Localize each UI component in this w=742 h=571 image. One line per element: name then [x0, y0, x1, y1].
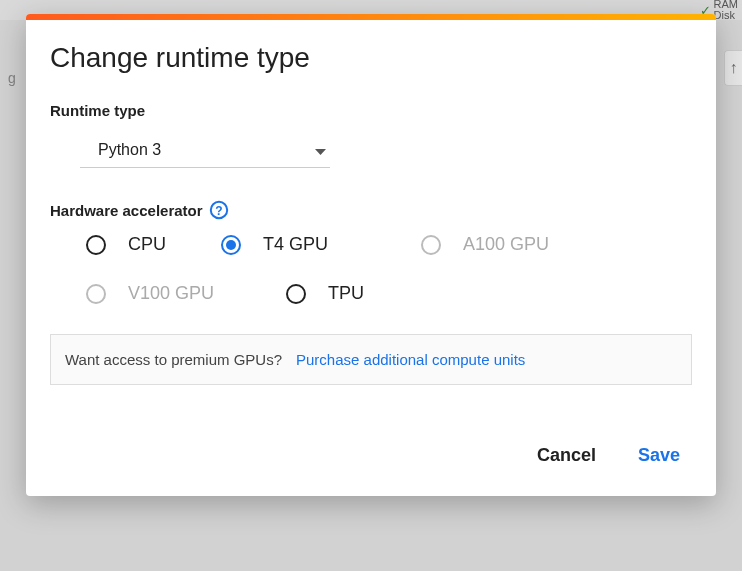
- radio-icon: [86, 235, 106, 255]
- accelerator-radio-cpu[interactable]: CPU: [86, 234, 221, 255]
- radio-icon: [86, 284, 106, 304]
- radio-icon: [421, 235, 441, 255]
- accelerator-radio-v100: V100 GPU: [86, 283, 286, 304]
- runtime-type-modal: Change runtime type Runtime type Python …: [26, 14, 716, 496]
- radio-label: CPU: [128, 234, 166, 255]
- accelerator-radio-a100: A100 GPU: [421, 234, 621, 255]
- radio-icon: [221, 235, 241, 255]
- accelerator-radio-t4[interactable]: T4 GPU: [221, 234, 421, 255]
- radio-label: V100 GPU: [128, 283, 214, 304]
- hardware-accelerator-label: Hardware accelerator ?: [50, 200, 692, 220]
- accelerator-radio-group: CPUT4 GPUA100 GPUV100 GPUTPU: [86, 234, 692, 304]
- cancel-button[interactable]: Cancel: [533, 439, 600, 472]
- hardware-accelerator-text: Hardware accelerator: [50, 202, 203, 219]
- accelerator-radio-tpu[interactable]: TPU: [286, 283, 486, 304]
- chevron-down-icon: [315, 141, 326, 159]
- modal-content: Change runtime type Runtime type Python …: [26, 20, 716, 385]
- runtime-type-label: Runtime type: [50, 102, 692, 119]
- radio-label: A100 GPU: [463, 234, 549, 255]
- radio-label: TPU: [328, 283, 364, 304]
- purchase-compute-link[interactable]: Purchase additional compute units: [296, 351, 525, 368]
- modal-actions: Cancel Save: [26, 439, 716, 472]
- premium-gpu-banner: Want access to premium GPUs? Purchase ad…: [50, 334, 692, 385]
- save-button[interactable]: Save: [634, 439, 684, 472]
- help-icon[interactable]: ?: [209, 200, 229, 220]
- modal-title: Change runtime type: [50, 42, 692, 74]
- radio-label: T4 GPU: [263, 234, 328, 255]
- runtime-type-select[interactable]: Python 3: [80, 133, 330, 168]
- radio-icon: [286, 284, 306, 304]
- runtime-type-value: Python 3: [98, 141, 161, 159]
- svg-text:?: ?: [215, 204, 222, 218]
- premium-gpu-text: Want access to premium GPUs?: [65, 351, 282, 368]
